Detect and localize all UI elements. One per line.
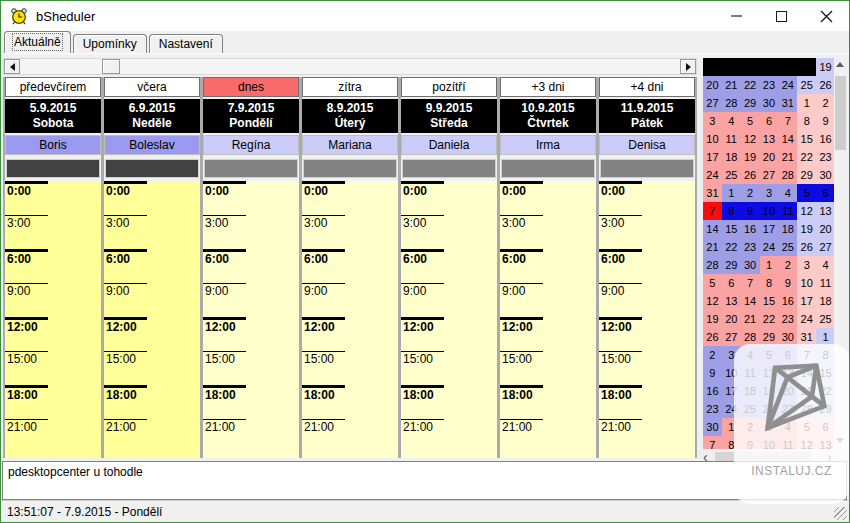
time-slot[interactable]: 0:00: [500, 181, 596, 215]
calendar-day[interactable]: 9: [741, 202, 760, 220]
calendar-day[interactable]: 21: [741, 310, 760, 328]
calendar-day[interactable]: 19: [741, 148, 760, 166]
time-slot[interactable]: 3:00: [5, 215, 101, 249]
calendar-day[interactable]: 22: [797, 148, 816, 166]
calendar-day[interactable]: 21: [722, 76, 741, 94]
note-input[interactable]: pdesktopcenter u tohodle: [2, 461, 847, 500]
time-slot[interactable]: 21:00: [104, 419, 200, 453]
time-slot[interactable]: 9:00: [104, 283, 200, 317]
calendar-day[interactable]: 4: [722, 112, 741, 130]
calendar-vscroll-thumb[interactable]: [835, 76, 846, 150]
time-slot[interactable]: 3:00: [401, 215, 497, 249]
time-slot[interactable]: 21:00: [500, 419, 596, 453]
time-slot[interactable]: 18:00: [401, 385, 497, 419]
calendar-day[interactable]: 13: [722, 292, 741, 310]
relative-day-label[interactable]: dnes: [203, 77, 299, 97]
time-slot[interactable]: 3:00: [203, 215, 299, 249]
calendar-day[interactable]: 24: [703, 166, 722, 184]
time-slot[interactable]: 6:00: [401, 249, 497, 283]
up-arrow-icon[interactable]: [836, 62, 844, 67]
relative-day-label[interactable]: předevčírem: [5, 77, 101, 97]
calendar-day[interactable]: 17: [703, 148, 722, 166]
tab[interactable]: Nastavení: [149, 34, 223, 53]
calendar-day[interactable]: 16: [778, 292, 797, 310]
calendar-day[interactable]: 3: [797, 256, 816, 274]
day-timeline[interactable]: 0:00 3:00 6:00: [5, 181, 101, 458]
calendar-day[interactable]: 24: [760, 238, 779, 256]
time-slot[interactable]: 0:00: [104, 181, 200, 215]
calendar-day[interactable]: 31: [703, 184, 722, 202]
calendar-day[interactable]: 9: [703, 364, 722, 382]
calendar-day[interactable]: 18: [722, 148, 741, 166]
week-scrollbar-thumb[interactable]: [102, 59, 120, 74]
time-slot[interactable]: 9:00: [5, 283, 101, 317]
tab[interactable]: Aktuálně: [4, 31, 71, 53]
time-slot[interactable]: 12:00: [599, 317, 695, 351]
calendar-day[interactable]: 23: [778, 310, 797, 328]
calendar-day[interactable]: 27: [703, 94, 722, 112]
time-slot[interactable]: 0:00: [401, 181, 497, 215]
calendar-day[interactable]: 30: [703, 418, 722, 436]
time-slot[interactable]: 6:00: [599, 249, 695, 283]
time-slot[interactable]: 6:00: [302, 249, 398, 283]
calendar-day[interactable]: 10: [703, 130, 722, 148]
calendar-day[interactable]: 23: [741, 238, 760, 256]
calendar-day[interactable]: 7: [741, 274, 760, 292]
time-slot[interactable]: 18:00: [104, 385, 200, 419]
calendar-day[interactable]: 11: [722, 130, 741, 148]
time-slot[interactable]: 12:00: [500, 317, 596, 351]
calendar-day[interactable]: 19: [703, 310, 722, 328]
time-slot[interactable]: 3:00: [104, 215, 200, 249]
calendar-day[interactable]: 23: [816, 148, 835, 166]
calendar-day[interactable]: 15: [797, 130, 816, 148]
calendar-day[interactable]: 30: [741, 256, 760, 274]
relative-day-label[interactable]: zítra: [302, 77, 398, 97]
day-timeline[interactable]: 0:00 3:00 6:00: [104, 181, 200, 458]
day-timeline[interactable]: 0:00 3:00 6:00: [500, 181, 596, 458]
day-timeline[interactable]: 0:00 3:00 6:00: [599, 181, 695, 458]
calendar-day[interactable]: 23: [703, 400, 722, 418]
calendar-day[interactable]: 29: [741, 94, 760, 112]
calendar-day[interactable]: 8: [797, 112, 816, 130]
time-slot[interactable]: 6:00: [500, 249, 596, 283]
time-slot[interactable]: 18:00: [203, 385, 299, 419]
calendar-day[interactable]: [722, 58, 741, 76]
calendar-day[interactable]: 20: [722, 310, 741, 328]
calendar-day[interactable]: 11: [816, 274, 835, 292]
calendar-day[interactable]: 21: [778, 148, 797, 166]
time-slot[interactable]: 9:00: [401, 283, 497, 317]
calendar-day[interactable]: 10: [760, 202, 779, 220]
calendar-day[interactable]: 14: [778, 130, 797, 148]
calendar-day[interactable]: 28: [778, 166, 797, 184]
time-slot[interactable]: 15:00: [203, 351, 299, 385]
calendar-day[interactable]: 6: [760, 112, 779, 130]
calendar-day[interactable]: 2: [778, 256, 797, 274]
calendar-day[interactable]: 5: [797, 184, 816, 202]
calendar-day[interactable]: 28: [722, 94, 741, 112]
time-slot[interactable]: 9:00: [500, 283, 596, 317]
calendar-day[interactable]: 22: [722, 238, 741, 256]
calendar-day[interactable]: 26: [741, 166, 760, 184]
calendar-day[interactable]: 25: [797, 76, 816, 94]
calendar-day[interactable]: 16: [816, 130, 835, 148]
resize-grip[interactable]: [834, 507, 847, 520]
calendar-day[interactable]: [741, 58, 760, 76]
calendar-day[interactable]: 1: [722, 184, 741, 202]
time-slot[interactable]: 15:00: [599, 351, 695, 385]
calendar-day[interactable]: 10: [797, 274, 816, 292]
time-slot[interactable]: 21:00: [599, 419, 695, 453]
time-slot[interactable]: 12:00: [5, 317, 101, 351]
time-slot[interactable]: 0:00: [5, 181, 101, 215]
calendar-day[interactable]: 2: [703, 346, 722, 364]
time-slot[interactable]: 3:00: [599, 215, 695, 249]
calendar-day[interactable]: 30: [760, 94, 779, 112]
calendar-day[interactable]: 9: [778, 274, 797, 292]
time-slot[interactable]: 9:00: [203, 283, 299, 317]
relative-day-label[interactable]: včera: [104, 77, 200, 97]
calendar-day[interactable]: 20: [816, 220, 835, 238]
calendar-day[interactable]: 24: [778, 76, 797, 94]
calendar-day[interactable]: 25: [722, 166, 741, 184]
calendar-day[interactable]: 17: [760, 220, 779, 238]
time-slot[interactable]: 15:00: [401, 351, 497, 385]
time-slot[interactable]: 12:00: [104, 317, 200, 351]
